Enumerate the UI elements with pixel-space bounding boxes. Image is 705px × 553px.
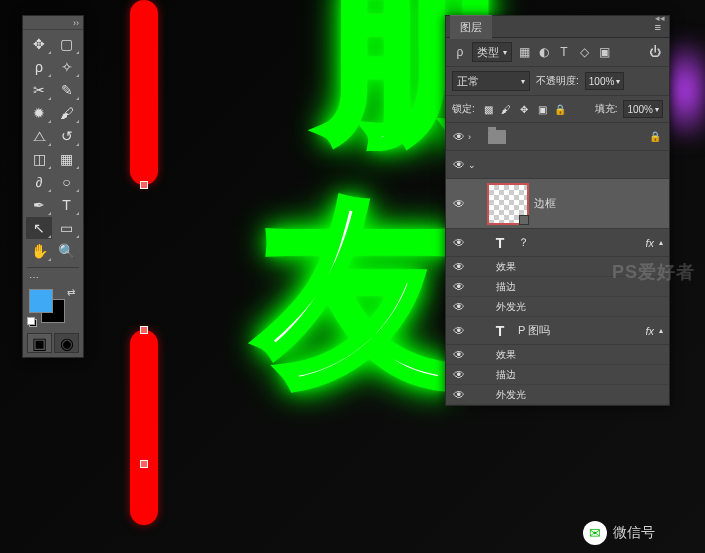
effects-label: 效果 (496, 348, 516, 362)
fill-value: 100% (627, 104, 653, 115)
lock-position-icon[interactable]: ✥ (517, 102, 532, 117)
effect-row[interactable]: 👁 描边 (446, 365, 669, 385)
filter-kind-dropdown[interactable]: 类型 ▾ (472, 42, 512, 62)
layer-thumbnail[interactable] (488, 184, 528, 224)
lock-indicator-icon[interactable]: 🔒 (645, 131, 665, 142)
eraser-tool[interactable]: ◫ (26, 148, 52, 170)
visibility-icon[interactable]: 👁 (450, 388, 468, 402)
tab-layers[interactable]: 图层 (450, 15, 492, 39)
gradient-tool[interactable]: ▦ (54, 148, 80, 170)
zoom-tool[interactable]: 🔍 (54, 240, 80, 262)
default-colors-icon[interactable] (27, 317, 37, 327)
type-layer-icon: T (488, 233, 512, 253)
visibility-icon[interactable]: 👁 (450, 368, 468, 382)
neon-text-2: 友 (260, 160, 460, 430)
opacity-input[interactable]: 100% ▾ (585, 72, 625, 90)
visibility-icon[interactable]: 👁 (450, 324, 468, 338)
healing-tool[interactable]: ✹ (26, 102, 52, 124)
watermark-label: 微信号 (613, 524, 655, 542)
swap-colors-icon[interactable]: ⇄ (67, 287, 75, 298)
shape-badge-icon (519, 215, 529, 225)
layer-row-text[interactable]: 👁 T P 图吗 fx ▴ (446, 317, 669, 345)
crop-tool[interactable]: ✂ (26, 79, 52, 101)
layer-row-group[interactable]: 👁 ⌄ (446, 151, 669, 179)
lock-paint-icon[interactable]: 🖌 (499, 102, 514, 117)
visibility-icon[interactable]: 👁 (450, 236, 468, 250)
path-segment-top[interactable] (130, 0, 158, 185)
lock-label: 锁定: (452, 102, 475, 116)
anchor-point[interactable] (140, 460, 148, 468)
path-segment-bottom[interactable] (130, 330, 158, 525)
dodge-tool[interactable]: ○ (54, 171, 80, 193)
stamp-tool[interactable]: ⧍ (26, 125, 52, 147)
fx-disclosure-icon[interactable]: ▴ (657, 326, 665, 335)
visibility-icon[interactable]: 👁 (450, 130, 468, 144)
opacity-label: 不透明度: (536, 74, 579, 88)
magic-wand-tool[interactable]: ✧ (54, 56, 80, 78)
fill-label: 填充: (595, 102, 618, 116)
purple-glow (665, 40, 705, 140)
layer-row-shape[interactable]: 👁 边框 (446, 179, 669, 229)
filter-toggle[interactable]: ⏻ (647, 44, 663, 60)
fx-indicator[interactable]: fx (642, 237, 657, 249)
pen-tool[interactable]: ✒ (26, 194, 52, 216)
tools-panel: ›› ✥ ▢ ρ ✧ ✂ ✎ ✹ 🖌 ⧍ ↺ ◫ ▦ ∂ ○ ✒ T ↖ ▭ ✋… (22, 15, 84, 358)
lock-transparent-icon[interactable]: ▩ (481, 102, 496, 117)
visibility-icon[interactable]: 👁 (450, 348, 468, 362)
visibility-icon[interactable]: 👁 (450, 260, 468, 274)
foreground-color[interactable] (29, 289, 53, 313)
lock-all-icon[interactable]: 🔒 (553, 102, 568, 117)
effect-name: 外发光 (496, 300, 526, 314)
effects-label: 效果 (496, 260, 516, 274)
visibility-icon[interactable]: 👁 (450, 197, 468, 211)
history-brush-tool[interactable]: ↺ (54, 125, 80, 147)
toolbar-options[interactable]: ⋯ (23, 270, 83, 285)
filter-shape-icon[interactable]: ◇ (576, 44, 592, 60)
fx-disclosure-icon[interactable]: ▴ (657, 238, 665, 247)
layer-name[interactable]: P 图吗 (518, 323, 642, 338)
filter-pixel-icon[interactable]: ▦ (516, 44, 532, 60)
type-layer-icon: T (488, 321, 512, 341)
type-tool[interactable]: T (54, 194, 80, 216)
blend-mode-value: 正常 (457, 74, 479, 89)
anchor-point[interactable] (140, 326, 148, 334)
effect-row[interactable]: 👁 效果 (446, 345, 669, 365)
filter-kind-label: 类型 (477, 45, 499, 60)
collapse-icon[interactable]: ◂◂ (655, 13, 665, 23)
quickmask-mode-button[interactable]: ◉ (54, 333, 79, 353)
layer-row-text[interactable]: 👁 T ？ fx ▴ (446, 229, 669, 257)
anchor-point[interactable] (140, 181, 148, 189)
blend-mode-dropdown[interactable]: 正常 ▾ (452, 71, 530, 91)
hand-tool[interactable]: ✋ (26, 240, 52, 262)
layer-name[interactable]: 边框 (534, 196, 665, 211)
opacity-value: 100% (589, 76, 615, 87)
marquee-tool[interactable]: ▢ (54, 33, 80, 55)
visibility-icon[interactable]: 👁 (450, 158, 468, 172)
lock-artboard-icon[interactable]: ▣ (535, 102, 550, 117)
brush-tool[interactable]: 🖌 (54, 102, 80, 124)
shape-tool[interactable]: ▭ (54, 217, 80, 239)
effect-row[interactable]: 👁 外发光 (446, 297, 669, 317)
disclosure-icon[interactable]: › (468, 132, 482, 142)
fill-input[interactable]: 100% ▾ (623, 100, 663, 118)
eyedropper-tool[interactable]: ✎ (54, 79, 80, 101)
filter-adjust-icon[interactable]: ◐ (536, 44, 552, 60)
visibility-icon[interactable]: 👁 (450, 280, 468, 294)
blur-tool[interactable]: ∂ (26, 171, 52, 193)
visibility-icon[interactable]: 👁 (450, 300, 468, 314)
path-selection-tool[interactable]: ↖ (26, 217, 52, 239)
search-icon[interactable]: ρ (452, 44, 468, 60)
color-swatches: ⇄ (23, 285, 83, 329)
lasso-tool[interactable]: ρ (26, 56, 52, 78)
effect-name: 描边 (496, 368, 516, 382)
toolbar-header[interactable]: ›› (23, 16, 83, 30)
filter-smart-icon[interactable]: ▣ (596, 44, 612, 60)
move-tool[interactable]: ✥ (26, 33, 52, 55)
filter-type-icon[interactable]: T (556, 44, 572, 60)
effect-row[interactable]: 👁 外发光 (446, 385, 669, 405)
disclosure-icon[interactable]: ⌄ (468, 160, 482, 170)
standard-mode-button[interactable]: ▣ (27, 333, 52, 353)
fx-indicator[interactable]: fx (642, 325, 657, 337)
layer-name[interactable]: ？ (518, 235, 642, 250)
layer-row-folder[interactable]: 👁 › 🔒 (446, 123, 669, 151)
